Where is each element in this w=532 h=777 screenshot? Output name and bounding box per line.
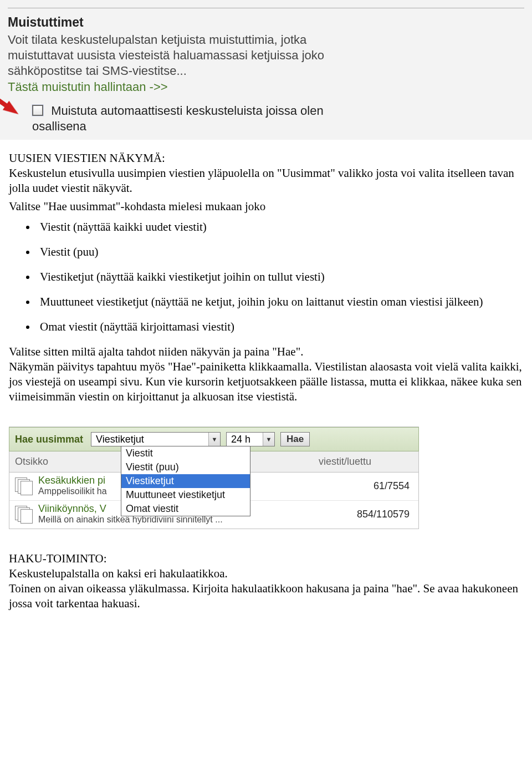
- section-list-intro: Valitse "Hae uusimmat"-kohdasta mielesi …: [9, 199, 523, 214]
- dropdown-option[interactable]: Muuttuneet viestiketjut: [121, 488, 250, 502]
- reminders-panel: Muistuttimet Voit tilata keskustelupalst…: [0, 0, 532, 140]
- chevron-down-icon: ▼: [208, 433, 220, 446]
- options-list: Viestit (näyttää kaikki uudet viestit) V…: [25, 220, 523, 334]
- time-dropdown-value: 24 h: [227, 434, 263, 445]
- type-dropdown-value: Viestiketjut: [91, 434, 208, 445]
- list-item: Omat viestit (näyttää kirjoittamasi vies…: [37, 319, 523, 334]
- time-dropdown[interactable]: 24 h ▼: [226, 432, 275, 446]
- chevron-down-icon: ▼: [263, 433, 274, 446]
- search-threads-panel: Hae uusimmat Viestiketjut ▼ 24 h ▼ Hae O…: [9, 426, 419, 529]
- reminders-title: Muistuttimet: [8, 15, 524, 30]
- list-item: Viestit (näyttää kaikki uudet viestit): [37, 220, 523, 235]
- reminders-manage-link[interactable]: Tästä muistutin hallintaan ->>: [8, 80, 524, 94]
- type-dropdown-list: Viestit Viestit (puu) Viestiketjut Muutt…: [121, 446, 250, 516]
- section-line: Keskustelupalstalla on kaksi eri hakulaa…: [9, 566, 523, 581]
- list-item: Muuttuneet viestiketjut (näyttää ne ketj…: [37, 294, 523, 309]
- thread-count: 61/7554: [326, 480, 413, 492]
- type-dropdown[interactable]: Viestiketjut ▼: [91, 432, 221, 446]
- thread-stack-icon: [15, 478, 33, 494]
- thread-stack-icon: [15, 506, 33, 522]
- auto-remind-label: Muistuta automaattisesti keskusteluista …: [32, 104, 324, 133]
- section-heading: HAKU-TOIMINTO:: [9, 551, 523, 566]
- list-item: Viestit (puu): [37, 245, 523, 260]
- reminders-body: Voit tilata keskustelupalstan ketjuista …: [8, 32, 351, 79]
- section-heading: UUSIEN VIESTIEN NÄKYMÄ:: [9, 151, 523, 166]
- doc-section-new-messages: UUSIEN VIESTIEN NÄKYMÄ: Keskustelun etus…: [0, 151, 532, 415]
- auto-remind-row: Muistuta automaattisesti keskusteluista …: [8, 103, 376, 134]
- section-line: Toinen on aivan oikeassa yläkulmassa. Ki…: [9, 581, 523, 611]
- dropdown-option-selected[interactable]: Viestiketjut: [121, 474, 250, 488]
- arrow-icon: [3, 101, 22, 119]
- dropdown-option[interactable]: Viestit: [121, 446, 250, 460]
- toolbar-label: Hae uusimmat: [15, 434, 83, 445]
- thread-count: 854/110579: [326, 509, 413, 520]
- dropdown-option[interactable]: Viestit (puu): [121, 460, 250, 474]
- list-item: Viestiketjut (näyttää kaikki viestiketju…: [37, 270, 523, 285]
- section-footer: Valitse sitten miltä ajalta tahdot niide…: [9, 344, 523, 404]
- search-button[interactable]: Hae: [280, 432, 310, 446]
- col-count: viestit/luettu: [313, 451, 418, 472]
- dropdown-option[interactable]: Omat viestit: [121, 502, 250, 516]
- auto-remind-checkbox[interactable]: [32, 105, 43, 116]
- doc-section-search: HAKU-TOIMINTO: Keskustelupalstalla on ka…: [0, 535, 532, 622]
- section-intro: Keskustelun etusivulla uusimpien viestie…: [9, 166, 523, 196]
- divider: [8, 8, 524, 8]
